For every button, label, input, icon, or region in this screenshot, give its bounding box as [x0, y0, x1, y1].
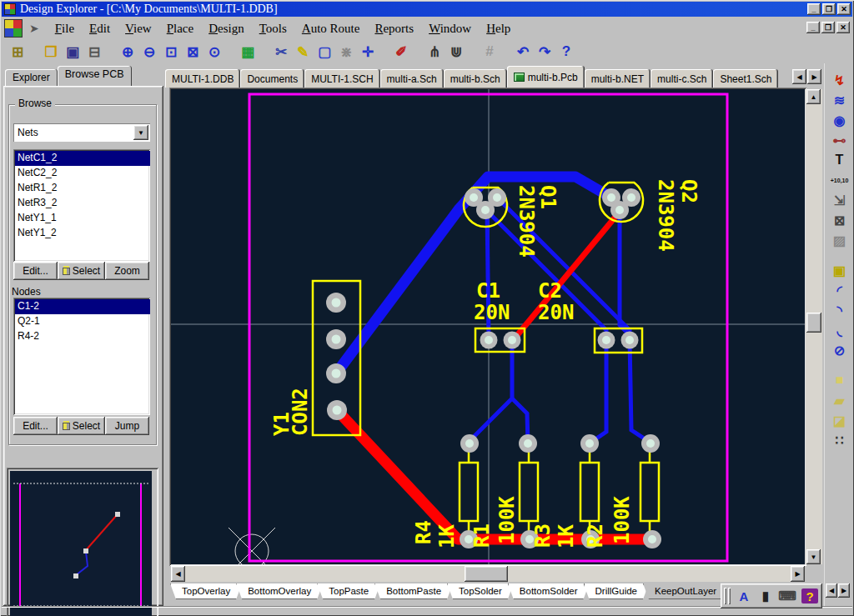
redo-icon[interactable]: ↷ [534, 43, 555, 61]
panel-tab[interactable]: Explorer [5, 69, 58, 87]
layer-tab[interactable]: BottomPaste [374, 583, 453, 599]
contrast-icon[interactable]: ▮ [756, 587, 776, 605]
component-icon[interactable]: ▣ [829, 260, 851, 280]
deselect-icon[interactable]: ⋇ [335, 43, 357, 61]
close-button[interactable]: ✕ [837, 3, 851, 15]
menu-item[interactable]: File [48, 20, 82, 38]
full-circle-icon[interactable]: ⊘ [829, 340, 851, 360]
menu-item[interactable]: Reports [367, 20, 421, 38]
layer-tab[interactable]: TopSolder [447, 583, 514, 599]
multiple-traces-icon[interactable]: ≋ [829, 90, 851, 110]
net-list-item[interactable]: NetY1_1 [15, 211, 150, 226]
interactive-routing-icon[interactable]: ↯ [829, 70, 851, 90]
layer-tab[interactable]: TopPaste [317, 583, 380, 599]
zoom-window-icon[interactable]: ⊡ [160, 43, 182, 61]
polygon-rebuild-icon[interactable]: ⋓ [445, 43, 467, 61]
print-icon[interactable]: ⊟ [83, 43, 105, 61]
child-minimize-button[interactable]: _ [806, 22, 820, 33]
document-tab[interactable]: Sheet1.Sch [713, 69, 778, 88]
zoom-point-icon[interactable]: ⊙ [203, 43, 225, 61]
net-select-button[interactable]: Select [58, 262, 105, 280]
toolbar-grip[interactable] [728, 588, 731, 604]
document-tab[interactable]: multi-a.Sch [380, 69, 444, 88]
layer-scroll-right-button[interactable]: ▶ [838, 583, 850, 598]
polygon-shield-icon[interactable]: ⋔ [424, 43, 445, 61]
horizontal-scrollbar[interactable]: ◀ ▶ [171, 566, 805, 582]
layer-tab[interactable]: BottomOverlay [236, 583, 323, 599]
net-zoom-button[interactable]: Zoom [105, 262, 149, 280]
scroll-down-button[interactable]: ▼ [806, 549, 821, 564]
highlight-icon[interactable]: ✎ [292, 43, 314, 61]
via-icon[interactable]: ◉ [829, 110, 851, 130]
pcb-canvas[interactable]: C1 20N C2 20N Q1 2N3904 Q2 2N3904 Y1 CON… [171, 89, 805, 564]
zoom-out-icon[interactable]: ⊖ [138, 43, 160, 61]
document-tab[interactable]: Documents [240, 69, 304, 88]
node-list-item[interactable]: C1-2 [15, 299, 150, 314]
open-document-icon[interactable]: ❒ [40, 43, 62, 61]
node-edit-button[interactable]: Edit... [13, 417, 58, 435]
child-close-button[interactable]: ✕ [836, 22, 850, 33]
document-tab[interactable]: multi-b.Sch [444, 69, 507, 88]
polygon-plane-icon[interactable]: ▰ [829, 390, 851, 410]
keepout-icon[interactable]: ⊠ [829, 210, 851, 230]
menu-item[interactable]: Design [201, 20, 252, 38]
node-select-button[interactable]: Select [58, 417, 105, 435]
select-area-icon[interactable]: ▢ [314, 43, 335, 61]
undo-icon[interactable]: ↶ [512, 43, 534, 61]
doc-tab-scroll-right-button[interactable]: ▶ [807, 69, 821, 84]
coordinate-icon[interactable]: +10,10 [829, 170, 851, 190]
grid-icon[interactable]: # [479, 43, 500, 61]
layer-tab[interactable]: BottomSolder [508, 583, 590, 599]
node-list-item[interactable]: R4-2 [15, 329, 150, 344]
net-list-item[interactable]: NetR1_2 [15, 181, 150, 196]
explorer-panel-icon[interactable]: ⊞ [7, 43, 28, 61]
string-text-icon[interactable]: T [829, 150, 851, 170]
menu-item[interactable]: Place [159, 20, 201, 38]
panel-tab[interactable]: Browse PCB [58, 66, 132, 87]
fill-icon[interactable]: ■ [829, 370, 851, 390]
keyboard-icon[interactable]: ⌨ [777, 587, 797, 605]
child-restore-button[interactable]: ❐ [821, 22, 835, 33]
help-icon[interactable]: ? [555, 43, 577, 61]
pad-icon[interactable]: ⊷ [829, 130, 851, 150]
menu-item[interactable]: View [118, 20, 159, 38]
document-tab[interactable]: multi-c.Sch [651, 69, 713, 88]
horizontal-scroll-thumb[interactable] [465, 566, 508, 582]
layer-tab[interactable]: TopOverlay [170, 583, 242, 599]
help-book-icon[interactable]: ? [801, 588, 818, 603]
vertical-scroll-thumb[interactable] [806, 313, 821, 333]
node-list-item[interactable]: Q2-1 [15, 314, 150, 329]
net-list-item[interactable]: NetC1_2 [15, 151, 150, 166]
split-plane-icon[interactable]: ◪ [829, 410, 851, 430]
arc-angle-icon[interactable]: ◟ [829, 320, 851, 340]
net-list-item[interactable]: NetC2_2 [15, 166, 150, 181]
menu-item[interactable]: Help [479, 20, 518, 38]
layer-tab[interactable]: KeepOutLayer [643, 583, 728, 599]
layer-scroll-left-button[interactable]: ◀ [826, 583, 837, 598]
fill-hatched-icon[interactable]: ▨ [829, 230, 851, 250]
zoom-select-icon[interactable]: ⊠ [182, 43, 203, 61]
minimize-button[interactable]: _ [807, 3, 821, 15]
scroll-up-button[interactable]: ▲ [806, 89, 821, 104]
arc-edge-icon[interactable]: ◜ [829, 280, 851, 300]
board-preview[interactable] [7, 468, 158, 616]
menu-item[interactable]: Tools [252, 20, 294, 38]
doc-tab-scroll-left-button[interactable]: ◀ [792, 69, 806, 84]
move-icon[interactable]: ✛ [357, 43, 379, 61]
toolbar-grip[interactable] [724, 588, 726, 604]
net-list-item[interactable]: NetR3_2 [15, 196, 150, 211]
menu-item[interactable]: Auto Route [294, 20, 368, 38]
chevron-down-icon[interactable]: ▼ [133, 125, 148, 140]
app-logo-icon[interactable] [4, 19, 23, 38]
cleanup-tracks-icon[interactable]: ✂ [270, 43, 292, 61]
save-icon[interactable]: ▣ [62, 43, 83, 61]
browse-mode-dropdown[interactable]: Nets ▼ [13, 123, 150, 142]
scroll-left-button[interactable]: ◀ [171, 566, 185, 582]
vertical-scrollbar[interactable]: ▲ ▼ [806, 89, 822, 564]
menu-item[interactable]: Edit [82, 20, 118, 38]
layer-tab[interactable]: DrillGuide [584, 583, 650, 599]
document-tab[interactable]: MULTI-1.SCH [304, 69, 379, 88]
arc-center-icon[interactable]: ◝ [829, 300, 851, 320]
document-tab[interactable]: multi-b.NET [585, 69, 651, 88]
net-edit-button[interactable]: Edit... [13, 262, 58, 280]
